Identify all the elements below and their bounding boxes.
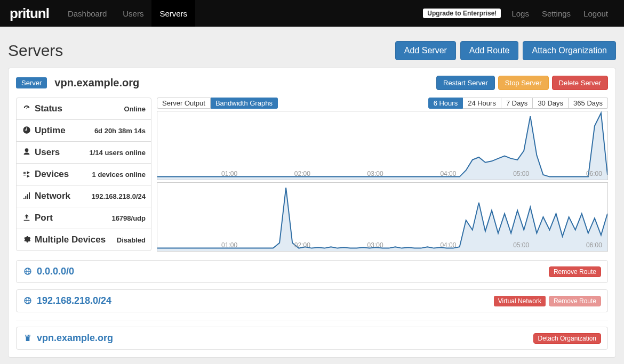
upgrade-badge[interactable]: Upgrade to Enterprise! [423,9,501,18]
delete-server-button[interactable]: Delete Server [552,76,608,90]
brand-logo: pritunl [10,5,49,22]
route-row: 192.168.218.0/24 Virtual Network Remove … [16,289,608,312]
org-name: vpn.example.org [37,333,113,344]
nav-logs[interactable]: Logs [505,0,535,27]
info-status-label: Status [35,103,62,114]
info-uptime-label: Uptime [35,125,66,136]
info-network: Network 192.168.218.0/24 [17,185,151,207]
info-multidev-value: Disabled [117,236,146,244]
remove-route-button: Remove Route [549,296,601,306]
graph-tabs: Server Output Bandwidth Graphs 6 Hours 2… [157,98,608,109]
restart-server-button[interactable]: Restart Server [436,76,495,90]
server-info-list: Status Online Uptime 6d 20h 38m 14s User… [16,98,151,251]
detach-organization-button[interactable]: Detach Organization [533,333,601,344]
nav-logout[interactable]: Logout [577,0,614,27]
info-port-label: Port [35,213,53,223]
server-panel: Server vpn.example.org Restart Server St… [8,68,616,358]
route-label: 0.0.0.0/0 [37,266,74,277]
info-network-label: Network [35,191,70,201]
stop-server-button[interactable]: Stop Server [498,76,549,90]
tab-server-output[interactable]: Server Output [157,98,211,109]
tab-bandwidth-graphs[interactable]: Bandwidth Graphs [211,98,278,109]
info-multidev: Multiple Devices Disabled [17,229,151,250]
info-devices-value: 1 devices online [92,171,146,179]
range-365d[interactable]: 365 Days [569,98,608,109]
globe-icon [23,295,33,306]
add-server-button[interactable]: Add Server [395,41,456,60]
range-24h[interactable]: 24 Hours [463,98,501,109]
nav-dashboard[interactable]: Dashboard [60,0,115,27]
nav-servers[interactable]: Servers [151,0,195,27]
server-bar: Server vpn.example.org Restart Server St… [16,76,608,90]
info-uptime-value: 6d 20h 38m 14s [94,127,146,135]
info-devices: Devices 1 devices online [17,164,151,185]
virtual-network-badge: Virtual Network [494,296,546,306]
info-port-value: 16798/udp [111,214,146,222]
bandwidth-chart-top: . 01:00 02:00 03:00 04:00 05:00 06:00 [157,111,608,180]
attach-organization-button[interactable]: Attach Organization [523,41,616,60]
info-users-label: Users [35,147,60,158]
bandwidth-chart-bottom: . 01:00 02:00 03:00 04:00 05:00 06:00 [157,182,608,252]
signal-icon [22,191,31,201]
nav-right: Upgrade to Enterprise! Logs Settings Log… [423,0,614,27]
org-link[interactable]: vpn.example.org [23,333,113,344]
upload-icon [22,213,31,223]
divider [16,320,608,320]
info-devices-label: Devices [35,169,69,180]
navbar: pritunl Dashboard Users Servers Upgrade … [0,0,624,27]
info-multidev-label: Multiple Devices [35,234,106,245]
tower-icon [23,333,33,344]
user-icon [22,147,31,158]
gear-icon [22,234,31,245]
range-6h[interactable]: 6 Hours [428,98,463,109]
server-name: vpn.example.org [54,77,139,89]
route-link[interactable]: 192.168.218.0/24 [23,295,111,306]
remove-route-button[interactable]: Remove Route [549,266,601,277]
add-route-button[interactable]: Add Route [460,41,519,60]
org-row: vpn.example.org Detach Organization [16,327,608,350]
info-status: Status Online [17,98,151,120]
page-title: Servers [8,42,63,60]
nav-left: Dashboard Users Servers [60,0,195,27]
info-uptime: Uptime 6d 20h 38m 14s [17,120,151,142]
range-7d[interactable]: 7 Days [501,98,533,109]
gauge-icon [22,103,31,114]
info-users-value: 1/14 users online [90,149,146,157]
range-30d[interactable]: 30 Days [533,98,569,109]
info-users: Users 1/14 users online [17,142,151,164]
info-port: Port 16798/udp [17,207,151,229]
route-label: 192.168.218.0/24 [37,295,111,306]
clock-icon [22,125,31,136]
globe-icon [23,266,33,277]
page-header: Servers Add Server Add Route Attach Orga… [8,41,616,60]
devices-icon [22,169,31,180]
server-badge: Server [16,77,47,88]
nav-users[interactable]: Users [115,0,151,27]
info-network-value: 192.168.218.0/24 [92,192,146,200]
graph-column: Server Output Bandwidth Graphs 6 Hours 2… [157,98,608,254]
route-link[interactable]: 0.0.0.0/0 [23,266,74,277]
nav-settings[interactable]: Settings [535,0,577,27]
route-row: 0.0.0.0/0 Remove Route [16,260,608,283]
info-status-value: Online [124,105,146,113]
